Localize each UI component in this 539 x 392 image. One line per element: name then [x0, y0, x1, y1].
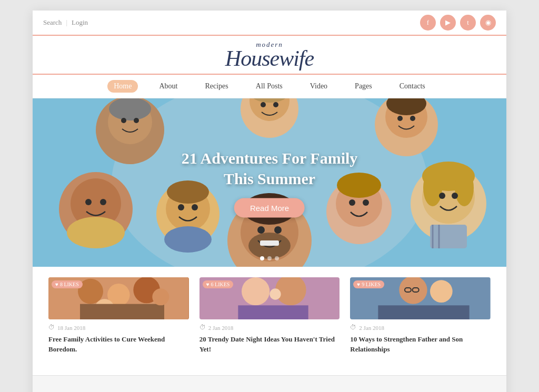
latest-section: Latest	[33, 375, 506, 392]
login-link[interactable]: Login	[72, 18, 88, 27]
nav-about[interactable]: About	[153, 80, 184, 93]
nav-video[interactable]: Video	[304, 80, 334, 93]
nav-contacts[interactable]: Contacts	[393, 80, 432, 93]
svg-rect-60	[238, 306, 308, 320]
svg-point-64	[430, 280, 453, 303]
nav-home[interactable]: Home	[107, 80, 138, 93]
nav-recipes[interactable]: Recipes	[198, 80, 234, 93]
nav-pages[interactable]: Pages	[348, 80, 378, 93]
heart-icon-1: ♥	[55, 282, 58, 287]
posts-section: ♥ 8 LIKES ⏱ 18 Jan 2018 Free Family Acti…	[33, 267, 506, 369]
likes-badge-2: ♥ 6 LIKES	[203, 280, 234, 288]
hero-dot-2[interactable]	[267, 256, 272, 260]
post-image-2[interactable]: ♥ 6 LIKES	[199, 277, 340, 319]
site-header: modern Housewife	[33, 35, 506, 75]
site-main-title: Housewife	[225, 46, 314, 71]
read-more-button[interactable]: Read More	[234, 198, 305, 218]
divider: |	[66, 18, 67, 27]
top-bar: Search | Login f ▶ t ◉	[33, 11, 506, 35]
social-icons: f ▶ t ◉	[420, 15, 496, 31]
instagram-icon[interactable]: ◉	[480, 15, 496, 31]
hero-section: 21 Adventures For FamilyThis Summer Read…	[33, 98, 506, 267]
likes-badge-1: ♥ 8 LIKES	[52, 280, 83, 288]
post-card-1: ♥ 8 LIKES ⏱ 18 Jan 2018 Free Family Acti…	[48, 277, 189, 354]
search-link[interactable]: Search	[43, 18, 62, 27]
likes-badge-3: ♥ 9 LIKES	[353, 280, 384, 288]
post-card-3: ♥ 9 LIKES ⏱ 2 Jan 2018 10 Ways to Streng…	[350, 277, 491, 354]
post-date-2: 2 Jan 2018	[208, 325, 234, 331]
post-meta-2: ⏱ 2 Jan 2018	[199, 324, 340, 331]
post-date-3: 2 Jan 2018	[359, 325, 384, 331]
twitter-icon[interactable]: t	[460, 15, 476, 31]
svg-point-56	[152, 289, 169, 306]
posts-grid: ♥ 8 LIKES ⏱ 18 Jan 2018 Free Family Acti…	[48, 277, 491, 354]
nav-all-posts[interactable]: All Posts	[249, 80, 289, 93]
svg-rect-67	[378, 306, 470, 320]
svg-point-61	[270, 289, 281, 300]
post-meta-3: ⏱ 2 Jan 2018	[350, 324, 491, 331]
site-title: modern Housewife	[33, 41, 506, 71]
post-meta-1: ⏱ 18 Jan 2018	[48, 324, 189, 331]
clock-icon-2: ⏱	[199, 324, 206, 331]
hero-dot-3[interactable]	[275, 256, 279, 260]
clock-icon-3: ⏱	[350, 324, 356, 331]
hero-content: 21 Adventures For FamilyThis Summer Read…	[182, 148, 358, 218]
hero-dots	[260, 256, 279, 260]
post-title-1[interactable]: Free Family Activities to Cure Weekend B…	[48, 335, 189, 354]
post-title-2[interactable]: 20 Trendy Date Night Ideas You Haven't T…	[199, 335, 340, 354]
post-card-2: ♥ 6 LIKES ⏱ 2 Jan 2018 20 Trendy Date Ni…	[199, 277, 340, 354]
main-nav: Home About Recipes All Posts Video Pages…	[33, 75, 506, 98]
svg-rect-55	[80, 304, 164, 319]
post-title-3[interactable]: 10 Ways to Strengthen Father and Son Rel…	[350, 335, 491, 354]
heart-icon-2: ♥	[206, 282, 209, 287]
post-image-1[interactable]: ♥ 8 LIKES	[48, 277, 189, 319]
facebook-icon[interactable]: f	[420, 15, 436, 31]
page-wrapper: Search | Login f ▶ t ◉ modern Housewife …	[33, 11, 506, 392]
hero-title: 21 Adventures For FamilyThis Summer	[182, 148, 358, 189]
likes-count-1: 8 LIKES	[60, 282, 79, 287]
hero-background: 21 Adventures For FamilyThis Summer Read…	[33, 98, 506, 267]
likes-count-3: 9 LIKES	[362, 282, 381, 287]
heart-icon-3: ♥	[357, 282, 360, 287]
likes-count-2: 6 LIKES	[211, 282, 230, 287]
clock-icon-1: ⏱	[48, 324, 55, 331]
svg-point-58	[242, 277, 270, 305]
youtube-icon[interactable]: ▶	[440, 15, 456, 31]
top-bar-left: Search | Login	[43, 18, 88, 27]
hero-dot-1[interactable]	[260, 256, 264, 260]
post-date-1: 18 Jan 2018	[57, 325, 85, 331]
post-image-3[interactable]: ♥ 9 LIKES	[350, 277, 491, 319]
